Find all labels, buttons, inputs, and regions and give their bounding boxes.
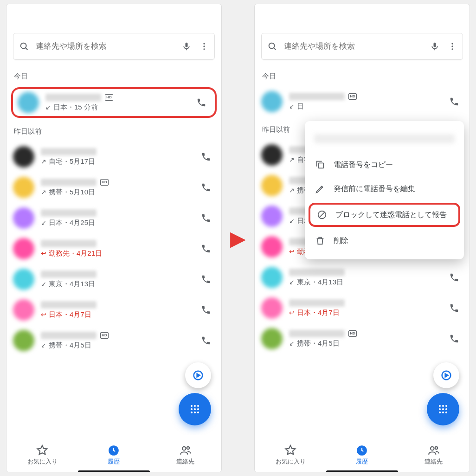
contact-name bbox=[289, 93, 345, 100]
call-button[interactable] bbox=[198, 149, 214, 165]
call-info: ↩日本・4月7日 bbox=[289, 299, 440, 317]
call-button[interactable] bbox=[198, 241, 214, 257]
avatar bbox=[261, 91, 283, 112]
svg-point-32 bbox=[442, 405, 444, 407]
out-arrow-icon: ↗ bbox=[41, 158, 46, 165]
avatar bbox=[13, 269, 34, 290]
call-button[interactable] bbox=[446, 331, 462, 347]
nav-favorites[interactable]: お気に入り bbox=[255, 435, 326, 472]
nav-contacts[interactable]: 連絡先 bbox=[150, 435, 221, 472]
hd-badge: HD bbox=[100, 332, 109, 339]
step-arrow-icon: ▶ bbox=[230, 226, 246, 250]
avatar bbox=[261, 328, 283, 349]
menu-delete[interactable]: 削除 bbox=[305, 229, 464, 253]
avatar bbox=[13, 177, 34, 198]
missed-arrow-icon: ↩ bbox=[41, 311, 46, 318]
svg-point-41 bbox=[431, 447, 434, 450]
call-button[interactable] bbox=[198, 180, 214, 195]
in-arrow-icon: ↙ bbox=[289, 340, 295, 347]
more-icon[interactable] bbox=[448, 42, 457, 51]
svg-point-38 bbox=[442, 412, 444, 413]
more-icon[interactable] bbox=[199, 42, 209, 51]
svg-point-12 bbox=[194, 408, 196, 410]
svg-line-1 bbox=[26, 48, 27, 50]
dialpad-fab[interactable] bbox=[427, 393, 459, 425]
svg-point-37 bbox=[439, 412, 441, 413]
video-fab[interactable] bbox=[185, 362, 211, 388]
call-row-today[interactable]: HD ↙日本・15 分前 bbox=[11, 87, 217, 118]
section-before: 昨日以前 bbox=[6, 119, 221, 142]
missed-arrow-icon: ↩ bbox=[289, 248, 295, 255]
svg-point-6 bbox=[203, 48, 205, 50]
trash-icon bbox=[315, 236, 325, 246]
svg-rect-22 bbox=[434, 43, 436, 47]
call-button[interactable] bbox=[446, 94, 462, 109]
bottom-nav: お気に入り 履歴 連絡先 bbox=[6, 435, 221, 472]
contact-name bbox=[41, 179, 96, 186]
menu-copy-number[interactable]: 電話番号をコピー bbox=[305, 153, 464, 177]
search-input[interactable] bbox=[284, 42, 424, 51]
menu-block-report[interactable]: ブロックして迷惑電話として報告 bbox=[309, 203, 460, 227]
call-row[interactable]: ↩日本・4月7日 bbox=[6, 295, 221, 325]
avatar bbox=[261, 175, 283, 196]
nav-favorites[interactable]: お気に入り bbox=[6, 435, 78, 472]
nav-history[interactable]: 履歴 bbox=[78, 435, 149, 472]
svg-line-29 bbox=[319, 212, 325, 218]
call-meta-text: 携帯・4月5日 bbox=[297, 339, 340, 348]
search-bar[interactable] bbox=[261, 33, 463, 60]
search-input[interactable] bbox=[36, 42, 175, 51]
call-row-today[interactable]: HD ↙日 bbox=[255, 86, 470, 117]
svg-point-8 bbox=[191, 405, 193, 407]
missed-arrow-icon: ↩ bbox=[41, 250, 46, 257]
call-button[interactable] bbox=[446, 270, 462, 285]
call-row[interactable]: HD ↗携帯・5月10日 bbox=[6, 172, 221, 203]
call-button[interactable] bbox=[198, 210, 214, 226]
call-info: HD ↙携帯・4月5日 bbox=[41, 332, 192, 350]
call-meta-text: 日本・4月25日 bbox=[49, 219, 95, 227]
avatar bbox=[261, 267, 283, 288]
call-row[interactable]: ↗自宅・5月17日 bbox=[6, 142, 221, 172]
mic-icon[interactable] bbox=[430, 41, 439, 52]
call-button[interactable] bbox=[193, 95, 209, 110]
call-row[interactable]: HD ↙携帯・4月5日 bbox=[255, 323, 470, 354]
menu-header bbox=[314, 134, 455, 143]
in-arrow-icon: ↙ bbox=[41, 341, 46, 349]
call-button[interactable] bbox=[198, 271, 214, 287]
call-row[interactable]: ↙日本・4月25日 bbox=[6, 203, 221, 233]
svg-point-19 bbox=[187, 447, 189, 449]
call-row[interactable]: ↩勤務先・4月21日 bbox=[6, 233, 221, 264]
video-fab[interactable] bbox=[433, 362, 459, 388]
mic-icon[interactable] bbox=[182, 41, 191, 52]
nav-contacts[interactable]: 連絡先 bbox=[398, 435, 470, 472]
svg-point-25 bbox=[451, 45, 453, 47]
call-row[interactable]: ↙東京・4月13日 bbox=[6, 264, 221, 295]
svg-point-16 bbox=[197, 412, 199, 413]
avatar bbox=[261, 144, 283, 166]
nav-history[interactable]: 履歴 bbox=[326, 435, 398, 472]
call-info: HD ↙携帯・4月5日 bbox=[289, 330, 440, 348]
call-row[interactable]: HD ↙携帯・4月5日 bbox=[6, 325, 221, 356]
contact-name bbox=[289, 330, 345, 337]
call-button[interactable] bbox=[446, 300, 462, 316]
search-bar[interactable] bbox=[13, 33, 215, 60]
call-info: HD ↗携帯・5月10日 bbox=[41, 179, 192, 197]
out-arrow-icon: ↗ bbox=[289, 187, 295, 194]
dialpad-fab[interactable] bbox=[179, 393, 211, 425]
call-info: ↗自宅・5月17日 bbox=[41, 148, 192, 166]
svg-point-9 bbox=[194, 405, 196, 407]
svg-rect-27 bbox=[318, 163, 323, 168]
menu-edit-number[interactable]: 発信前に電話番号を編集 bbox=[305, 177, 464, 201]
svg-point-24 bbox=[451, 43, 453, 45]
call-row[interactable]: ↙東京・4月13日 bbox=[255, 262, 470, 293]
svg-point-11 bbox=[191, 408, 193, 410]
call-meta-text: 東京・4月13日 bbox=[297, 278, 343, 287]
call-button[interactable] bbox=[198, 302, 214, 318]
call-button[interactable] bbox=[198, 333, 214, 348]
svg-point-5 bbox=[203, 45, 205, 47]
avatar bbox=[261, 206, 283, 227]
in-arrow-icon: ↙ bbox=[289, 217, 295, 225]
call-meta-text: 携帯・4月5日 bbox=[49, 341, 91, 350]
bottom-nav: お気に入り 履歴 連絡先 bbox=[255, 435, 470, 472]
search-icon bbox=[267, 41, 277, 51]
call-row[interactable]: ↩日本・4月7日 bbox=[255, 293, 470, 323]
